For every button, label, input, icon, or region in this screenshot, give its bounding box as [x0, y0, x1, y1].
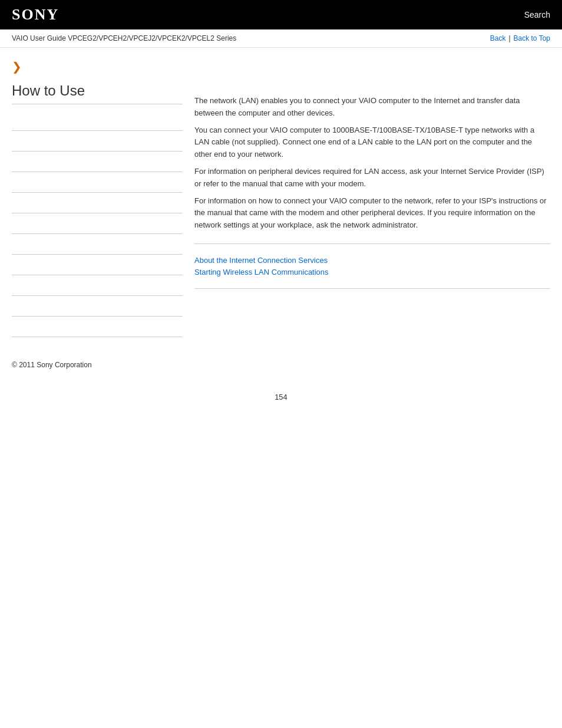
sidebar-nav-link[interactable]	[12, 240, 183, 248]
back-to-top-link[interactable]: Back to Top	[514, 34, 550, 42]
content-body: The network (LAN) enables you to connect…	[194, 95, 550, 232]
list-item[interactable]	[12, 275, 183, 296]
list-item[interactable]	[12, 213, 183, 234]
sidebar-nav-link[interactable]	[12, 261, 183, 269]
back-link[interactable]: Back	[490, 34, 506, 42]
list-item[interactable]	[12, 151, 183, 172]
page-footer: © 2011 Sony Corporation	[0, 349, 562, 381]
list-item[interactable]	[12, 255, 183, 275]
main-content: The network (LAN) enables you to connect…	[194, 60, 550, 337]
sidebar-nav-list	[12, 110, 183, 337]
page-number: 154	[0, 381, 562, 413]
chevron-icon: ❯	[12, 60, 183, 74]
list-item[interactable]	[12, 131, 183, 151]
sidebar-nav-link[interactable]	[12, 137, 183, 145]
nav-divider: |	[508, 34, 510, 42]
content-divider-bottom	[194, 288, 550, 289]
main-container: ❯ How to Use The network (LAN) enables y…	[0, 48, 562, 349]
list-item[interactable]	[12, 110, 183, 131]
sidebar-nav-link[interactable]	[12, 199, 183, 207]
nav-bar: VAIO User Guide VPCEG2/VPCEH2/VPCEJ2/VPC…	[0, 29, 562, 48]
nav-links: Back | Back to Top	[490, 34, 550, 42]
sidebar-nav-link[interactable]	[12, 219, 183, 228]
list-item[interactable]	[12, 317, 183, 337]
content-links: About the Internet Connection Services S…	[194, 256, 550, 276]
sidebar-nav-link[interactable]	[12, 116, 183, 124]
copyright: © 2011 Sony Corporation	[12, 361, 92, 369]
search-button[interactable]: Search	[524, 10, 550, 19]
sidebar: ❯ How to Use	[12, 60, 183, 337]
content-paragraph-4: For information on how to connect your V…	[194, 195, 550, 232]
list-item[interactable]	[12, 234, 183, 255]
page-header: SONY Search	[0, 0, 562, 29]
sidebar-nav-link[interactable]	[12, 157, 183, 166]
list-item[interactable]	[12, 172, 183, 193]
sidebar-nav-link[interactable]	[12, 281, 183, 289]
content-paragraph-1: The network (LAN) enables you to connect…	[194, 95, 550, 120]
sidebar-nav-link[interactable]	[12, 322, 183, 331]
list-item[interactable]	[12, 296, 183, 317]
content-divider-top	[194, 243, 550, 244]
sony-logo: SONY	[12, 6, 59, 24]
nav-title: VAIO User Guide VPCEG2/VPCEH2/VPCEJ2/VPC…	[12, 34, 236, 42]
sidebar-nav-link[interactable]	[12, 178, 183, 186]
sidebar-nav-link[interactable]	[12, 302, 183, 310]
sidebar-title: How to Use	[12, 83, 183, 104]
content-paragraph-2: You can connect your VAIO computer to 10…	[194, 124, 550, 161]
internet-connection-link[interactable]: About the Internet Connection Services	[194, 256, 550, 265]
wireless-lan-link[interactable]: Starting Wireless LAN Communications	[194, 268, 550, 276]
content-paragraph-3: For information on peripheral devices re…	[194, 166, 550, 190]
list-item[interactable]	[12, 193, 183, 213]
